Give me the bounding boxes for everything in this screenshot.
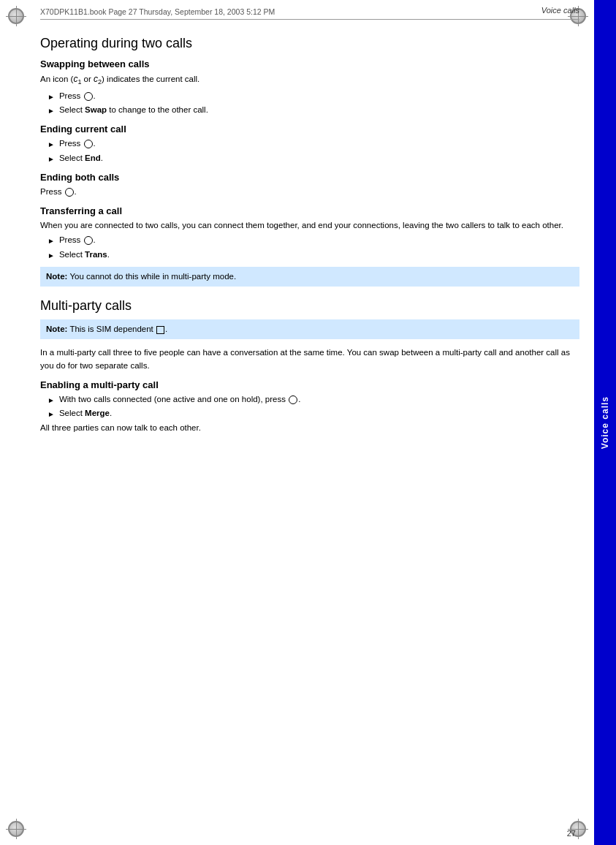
bullet-item: ► Press .: [47, 137, 579, 150]
bullet-text: Select Trans.: [59, 249, 579, 261]
page-header: Voice calls: [541, 6, 579, 15]
bullet-item: ► Select Merge.: [47, 407, 579, 420]
bullet-text: Press .: [59, 137, 579, 150]
multiparty-heading: Multi-party calls: [40, 298, 579, 314]
bullet-text: Press .: [59, 90, 579, 102]
bullet-arrow-icon: ►: [47, 409, 55, 420]
circle-button-icon: [84, 236, 93, 245]
bullet-text: Select Merge.: [59, 407, 579, 420]
swapping-bullets: ► Press . ► Select Swap to change to the…: [47, 90, 579, 117]
book-reference: X70DPK11B1.book Page 27 Thursday, Septem…: [40, 7, 579, 20]
ending-both-text: Press .: [40, 186, 579, 198]
bullet-text: Select Swap to change to the other call.: [59, 104, 579, 116]
bullet-item: ► With two calls connected (one active a…: [47, 393, 579, 406]
bullet-arrow-icon: ►: [47, 395, 55, 406]
right-sidebar: Voice calls: [594, 0, 616, 845]
sim-square-icon: [156, 326, 164, 334]
bullet-arrow-icon: ►: [47, 250, 55, 261]
bullet-text: Select End.: [59, 152, 579, 164]
transferring-bullets: ► Press . ► Select Trans.: [47, 234, 579, 261]
bullet-arrow-icon: ►: [47, 105, 55, 116]
top-left-corner: [6, 6, 26, 26]
bold-swap: Swap: [85, 105, 107, 114]
bold-end: End: [85, 154, 101, 162]
page-container: Voice calls X70DPK11B1.book Page 27 Thur…: [0, 0, 616, 845]
bullet-arrow-icon: ►: [47, 91, 55, 102]
bottom-left-corner: [6, 819, 26, 839]
circle-button-icon: [65, 188, 74, 197]
note-box-1: Note: You cannot do this while in multi-…: [40, 267, 579, 287]
bullet-arrow-icon: ►: [47, 154, 55, 164]
enabling-footer: All three parties can now talk to each o…: [40, 422, 579, 434]
header-title: Voice calls: [541, 6, 579, 15]
ending-current-bullets: ► Press . ► Select End.: [47, 137, 579, 164]
bullet-arrow-icon: ►: [47, 235, 55, 246]
operating-heading: Operating during two calls: [40, 36, 579, 51]
transferring-heading: Transferring a call: [40, 205, 579, 216]
main-content: Operating during two calls Swapping betw…: [40, 26, 579, 816]
bold-trans: Trans: [85, 250, 107, 259]
bullet-item: ► Select Trans.: [47, 249, 579, 261]
bullet-item: ► Press .: [47, 234, 579, 246]
bullet-text: With two calls connected (one active and…: [59, 393, 579, 406]
note2-after: .: [165, 325, 167, 333]
sidebar-label: Voice calls: [600, 396, 610, 449]
bullet-item: ► Select Swap to change to the other cal…: [47, 104, 579, 116]
circle-button-icon: [84, 140, 93, 148]
enabling-heading: Enabling a multi-party call: [40, 379, 579, 390]
bold-merge: Merge: [85, 409, 110, 417]
note2-text: This is SIM dependent: [67, 325, 156, 333]
ending-current-heading: Ending current call: [40, 124, 579, 134]
bullet-text: Press .: [59, 234, 579, 246]
bullet-item: ► Press .: [47, 90, 579, 102]
circle-button-icon: [84, 92, 93, 101]
note-box-2: Note: This is SIM dependent .: [40, 319, 579, 339]
note1-bold: Note:: [46, 272, 67, 281]
swapping-intro: An icon (c1 or c2) indicates the current…: [40, 72, 579, 88]
ending-both-heading: Ending both calls: [40, 172, 579, 183]
multiparty-intro: In a multi-party call three to five peop…: [40, 346, 579, 372]
swapping-heading: Swapping between calls: [40, 58, 579, 69]
circle-button-icon: [289, 395, 297, 404]
bullet-item: ► Select End.: [47, 152, 579, 164]
transferring-intro: When you are connected to two calls, you…: [40, 219, 579, 232]
page-number: 27: [567, 829, 576, 838]
bullet-arrow-icon: ►: [47, 139, 55, 150]
enabling-bullets: ► With two calls connected (one active a…: [47, 393, 579, 420]
note1-text: You cannot do this while in multi-party …: [67, 272, 236, 281]
note2-bold: Note:: [46, 325, 67, 333]
book-ref-text: X70DPK11B1.book Page 27 Thursday, Septem…: [40, 7, 275, 16]
